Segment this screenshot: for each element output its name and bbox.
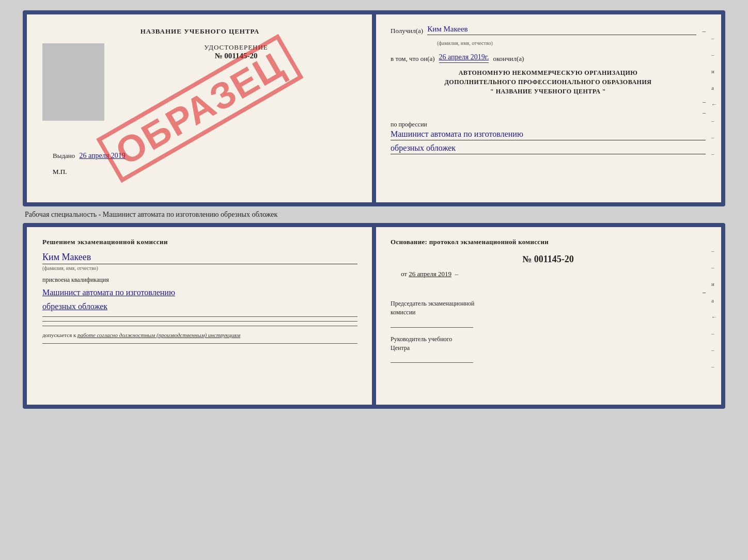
kvali-line1: Машинист автомата по изготовлению xyxy=(42,287,357,298)
bottom-right-heading: Основание: протокол экзаменационной коми… xyxy=(391,237,706,247)
chair-label: Председатель экзаменационной комиссии xyxy=(391,299,706,317)
bottom-heading: Решением экзаменационной комиссии xyxy=(42,237,357,247)
document-container: НАЗВАНИЕ УЧЕБНОГО ЦЕНТРА УДОСТОВЕРЕНИЕ №… xyxy=(23,10,725,409)
dopusk-italic: работе согласно должностным (производств… xyxy=(77,332,240,338)
dash-after-date: – xyxy=(455,270,459,278)
cert-number-block: УДОСТОВЕРЕНИЕ № 001145-20 xyxy=(115,43,357,60)
separator-text: Рабочая специальность - Машинист автомат… xyxy=(23,211,277,219)
top-certificate-book: НАЗВАНИЕ УЧЕБНОГО ЦЕНТРА УДОСТОВЕРЕНИЕ №… xyxy=(23,10,725,206)
dash3: – xyxy=(703,109,706,116)
bottom-cert-right-page: Основание: протокол экзаменационной коми… xyxy=(375,227,721,405)
bottom-name-sublabel: (фамилия, имя, отчество) xyxy=(42,265,357,271)
bottom-date-value: 26 апреля 2019 xyxy=(409,270,451,278)
line3 xyxy=(42,326,357,326)
number-label: № xyxy=(522,254,532,264)
bottom-cert-left-page: Решением экзаменационной комиссии Ким Ма… xyxy=(27,227,375,405)
dash1: – xyxy=(703,27,706,35)
profession-label: по профессии xyxy=(391,121,706,129)
issued-date: 26 апреля 2019 xyxy=(80,152,126,159)
received-name: Ким Макеев xyxy=(427,25,696,35)
top-cert-left-page: НАЗВАНИЕ УЧЕБНОГО ЦЕНТРА УДОСТОВЕРЕНИЕ №… xyxy=(27,14,375,202)
org-name-line: " НАЗВАНИЕ УЧЕБНОГО ЦЕНТРА " xyxy=(490,88,606,95)
bottom-name-value: Ким Макеев xyxy=(42,252,357,264)
head-sign-line xyxy=(391,362,473,363)
line1 xyxy=(42,316,357,317)
date-intro: в том, что он(а) xyxy=(391,55,435,63)
dopusk-prefix: допускается к xyxy=(42,332,76,338)
top-cert-school-name: НАЗВАНИЕ УЧЕБНОГО ЦЕНТРА xyxy=(42,27,357,36)
issued-line: Выдано 26 апреля 2019 xyxy=(42,152,357,160)
profession-line1: Машинист автомата по изготовлению xyxy=(391,130,706,140)
profession-line2: обрезных обложек xyxy=(391,143,706,154)
side-marks: – – и а ← – – – xyxy=(711,35,717,157)
bottom-right-date: от 26 апреля 2019 – xyxy=(391,270,706,278)
chair-sign-line xyxy=(391,327,473,328)
kvali-label: присвоена квалификация xyxy=(42,276,357,284)
finished-label: окончил(а) xyxy=(493,55,524,63)
number-value: 001145-20 xyxy=(534,254,574,264)
received-label: Получил(а) xyxy=(391,27,423,35)
date-prefix: от xyxy=(401,270,407,278)
name-sublabel: (фамилия, имя, отчество) xyxy=(391,40,706,46)
dopusk-text: допускается к работе согласно должностны… xyxy=(42,331,357,339)
org-line1: АВТОНОМНУЮ НЕКОММЕРЧЕСКУЮ ОРГАНИЗАЦИЮ ДО… xyxy=(391,68,706,96)
bottom-certificate-book: Решением экзаменационной комиссии Ким Ма… xyxy=(23,223,725,409)
issued-label: Выдано xyxy=(53,152,75,159)
received-line: Получил(а) Ким Макеев – xyxy=(391,25,706,35)
date-value: 26 апреля 2019г. xyxy=(439,53,489,63)
cert-number: № 001145-20 xyxy=(115,52,357,60)
top-cert-right-page: Получил(а) Ким Макеев – (фамилия, имя, о… xyxy=(375,14,721,202)
line4 xyxy=(42,343,357,344)
bottom-right-number: № 001145-20 xyxy=(391,254,706,265)
dash2-right: – xyxy=(703,289,706,296)
cert-label: УДОСТОВЕРЕНИЕ xyxy=(115,43,357,52)
line2 xyxy=(42,321,357,322)
mp-label: М.П. xyxy=(42,168,357,176)
head-label: Руководитель учебного Центра xyxy=(391,335,706,353)
kvali-line2: обрезных обложек xyxy=(42,301,357,312)
side-marks-bottom: – – и а ← – – – xyxy=(711,248,717,370)
photo-placeholder xyxy=(42,43,104,121)
dash2: – xyxy=(703,98,706,105)
date-line: в том, что он(а) 26 апреля 2019г. окончи… xyxy=(391,53,706,63)
